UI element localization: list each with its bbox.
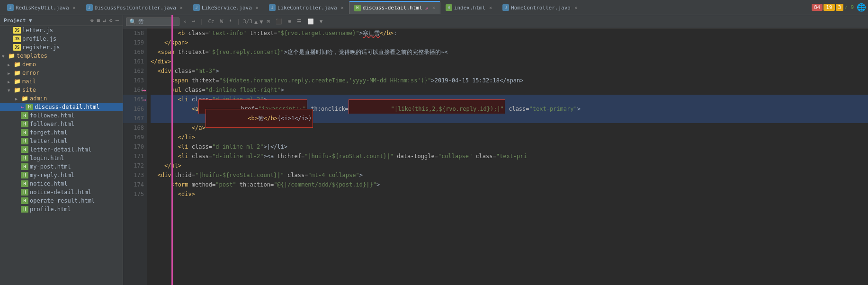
tab-index[interactable]: H index.html × <box>440 1 497 14</box>
tab-like-controller[interactable]: J LikeController.java × <box>264 1 349 14</box>
search-icon: 🔍 <box>129 18 136 25</box>
find-all-btn[interactable]: ⊡ <box>265 18 272 26</box>
filter2-btn[interactable]: ▼ <box>318 18 325 26</box>
code-line-161: </div> <box>151 57 868 66</box>
regex-btn[interactable]: * <box>227 18 234 26</box>
sidebar-item-mail[interactable]: 📁 mail <box>0 77 123 86</box>
sidebar-item-operate-result-html[interactable]: H operate-result.html <box>0 196 123 205</box>
folder-arrow <box>8 79 13 84</box>
sidebar-item-register-js[interactable]: JS register.js <box>0 43 123 52</box>
sidebar-icon-2[interactable]: ≡ <box>97 17 100 24</box>
sidebar-item-discuss-detail-html[interactable]: ← H discuss-detail.html <box>0 103 123 111</box>
sidebar-item-label: my-post.html <box>30 163 71 170</box>
pink-vertical-bar <box>171 28 173 285</box>
prev-btn[interactable]: ↩ <box>190 18 197 26</box>
tab-discuss-detail[interactable]: H discuss-detail.html ↗ × <box>349 1 440 14</box>
sidebar-item-my-reply-html[interactable]: H my-reply.html <box>0 171 123 179</box>
line-num-159: 159 <box>130 38 147 47</box>
gutter-line-166: 166 <box>123 104 147 114</box>
fold-gutter <box>123 133 130 142</box>
fold-gutter <box>123 47 130 57</box>
sidebar-item-label: profile.html <box>30 206 71 213</box>
toggle-btn[interactable]: ⬜ <box>305 18 316 26</box>
sidebar-item-letter-html[interactable]: H letter.html <box>0 137 123 145</box>
tab-home-controller[interactable]: J HomeController.java × <box>497 1 582 14</box>
java-icon: J <box>7 4 14 11</box>
sidebar-icon-3[interactable]: ⇄ <box>103 17 106 24</box>
close-tab-discuss-detail[interactable]: × <box>432 5 435 10</box>
tab-like-service[interactable]: J LikeService.java × <box>188 1 264 14</box>
sidebar-item-notice-detail-html[interactable]: H notice-detail.html <box>0 188 123 196</box>
sidebar-item-letter-detail-html[interactable]: H letter-detail.html <box>0 145 123 154</box>
line-num-175: 175 <box>130 189 147 199</box>
sidebar-item-demo[interactable]: 📁 demo <box>0 60 123 69</box>
html-file-icon: H <box>21 155 28 161</box>
close-tab-redis[interactable]: × <box>73 5 76 10</box>
line-num-172: 172 <box>130 161 147 170</box>
close-tab-like-service[interactable]: × <box>256 5 259 10</box>
sidebar-item-forget-html[interactable]: H forget.html <box>0 128 123 137</box>
html-file-icon: H <box>21 189 28 196</box>
search-input[interactable] <box>138 19 176 25</box>
sidebar-item-admin[interactable]: 📁 admin <box>0 94 123 103</box>
html-file-icon: H <box>21 112 28 119</box>
filter-btn[interactable]: ☰ <box>295 18 304 26</box>
tab-redis[interactable]: J RedisKeyUtil.java × <box>2 1 81 14</box>
match-btn[interactable]: ⊞ <box>286 18 293 26</box>
html-file-icon: H <box>21 180 28 187</box>
sidebar-item-templates[interactable]: 📁 templates <box>0 52 123 60</box>
sidebar-item-follower-html[interactable]: H follower.html <box>0 120 123 128</box>
line-num-158: 158 <box>130 28 147 38</box>
sidebar-item-followee-html[interactable]: H followee.html <box>0 111 123 120</box>
sidebar-icon-4[interactable]: ⚙ <box>109 17 113 24</box>
sidebar-item-site[interactable]: 📁 site <box>0 86 123 94</box>
close-tab-index[interactable]: × <box>489 5 492 10</box>
fold-gutter <box>123 142 130 151</box>
line-gutter: 158 159 160 161 162 <box>123 28 147 285</box>
tab-discuss-post[interactable]: J DiscussPostController.java × <box>81 1 188 14</box>
close-tab-like-controller[interactable]: × <box>341 5 344 10</box>
next-result-btn[interactable]: ▼ <box>260 18 263 25</box>
fold-gutter <box>123 38 130 47</box>
sidebar-toolbar: ⊕ ≡ ⇄ ⚙ — <box>90 17 119 24</box>
code-line-171: <li class="d-inline ml-2"><a th:href="|h… <box>151 151 868 161</box>
fold-gutter <box>123 151 130 161</box>
sidebar-item-my-post-html[interactable]: H my-post.html <box>0 162 123 171</box>
word-btn[interactable]: W <box>218 18 225 26</box>
sidebar-item-label: operate-result.html <box>30 197 95 204</box>
sidebar-item-error[interactable]: 📁 error <box>0 69 123 77</box>
folder-arrow <box>8 88 13 93</box>
pin-arrow-indicator: ↗ <box>425 5 429 11</box>
prev-result-btn[interactable]: ▲ <box>254 18 258 25</box>
code-line-169: </li> <box>151 133 868 142</box>
sidebar-item-login-html[interactable]: H login.html <box>0 154 123 162</box>
sidebar-icon-1[interactable]: ⊕ <box>90 17 94 24</box>
sidebar-item-letter-js[interactable]: JS letter.js <box>0 26 123 35</box>
line-num-167: 167 <box>130 114 147 123</box>
sidebar-item-label: forget.html <box>30 129 67 136</box>
line-num-171: 171 <box>130 151 147 161</box>
close-tab-home-controller[interactable]: × <box>574 5 577 10</box>
sidebar-item-label: register.js <box>22 44 60 51</box>
main-area: Project ▼ ⊕ ≡ ⇄ ⚙ — JS letter.js JS prof… <box>0 15 868 285</box>
warning-badge: 19 <box>823 4 834 11</box>
html-file-icon: H <box>21 172 28 178</box>
fold-gutter <box>123 28 130 38</box>
sidebar-item-label: discuss-detail.html <box>35 104 99 110</box>
close-tab-discuss-post[interactable]: × <box>180 5 183 10</box>
sidebar-item-notice-html[interactable]: H notice.html <box>0 179 123 188</box>
gutter-line-174: 174 <box>123 180 147 189</box>
gutter-line-171: 171 <box>123 151 147 161</box>
case-btn[interactable]: Cc <box>206 18 216 26</box>
options-btn[interactable]: ⬛ <box>274 18 284 26</box>
sidebar-item-label: follower.html <box>30 121 74 127</box>
ok-badge: ✓ 9 <box>844 4 854 10</box>
close-search-btn[interactable]: × <box>181 18 188 26</box>
sidebar-item-profile-js[interactable]: JS profile.js <box>0 35 123 43</box>
html-file-icon: H <box>21 121 28 127</box>
sidebar-icon-5[interactable]: — <box>116 17 119 24</box>
gutter-line-175: 175 <box>123 189 147 199</box>
fold-gutter <box>123 104 130 114</box>
sidebar-item-profile-html[interactable]: H profile.html <box>0 205 123 214</box>
html-file-icon: H <box>21 163 28 170</box>
